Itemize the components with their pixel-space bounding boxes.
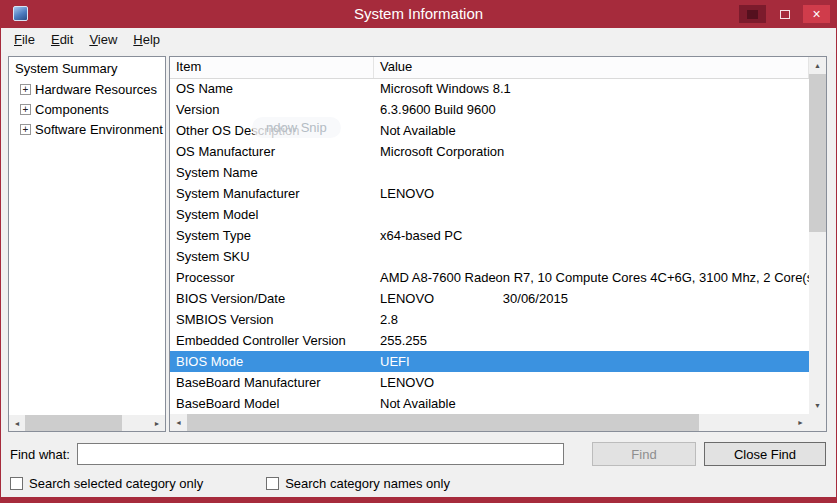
tree-item-system-summary[interactable]: System Summary <box>9 57 165 79</box>
list-header: Item Value <box>170 57 809 79</box>
checkbox-label: Search selected category only <box>29 476 203 491</box>
column-header-item[interactable]: Item <box>170 57 374 78</box>
column-header-value[interactable]: Value <box>374 57 809 78</box>
close-icon: × <box>812 7 820 21</box>
maximize-button[interactable] <box>771 5 798 23</box>
item-cell: SMBIOS Version <box>170 309 374 330</box>
close-button[interactable]: × <box>803 5 830 23</box>
item-cell: Embedded Controller Version <box>170 330 374 351</box>
scrollbar-thumb[interactable] <box>25 415 122 431</box>
list-row[interactable]: SMBIOS Version 2.8 <box>170 309 809 330</box>
list-row[interactable]: Processor AMD A8-7600 Radeon R7, 10 Comp… <box>170 267 809 288</box>
value-cell: Not Available <box>374 393 809 414</box>
item-cell: BIOS Mode <box>170 351 374 372</box>
value-cell: Microsoft Windows 8.1 <box>374 78 809 99</box>
system-information-window: System Information × File Edit View Help… <box>0 0 837 503</box>
value-cell: 255.255 <box>374 330 809 351</box>
tree-horizontal-scrollbar[interactable]: ◄ ► <box>9 415 165 431</box>
list-horizontal-scrollbar[interactable]: ◄ ► <box>170 414 809 431</box>
list-row[interactable]: Embedded Controller Version 255.255 <box>170 330 809 351</box>
scroll-left-icon[interactable]: ◄ <box>9 415 25 431</box>
expand-icon[interactable]: + <box>20 124 31 135</box>
value-cell: LENOVO 30/06/2015 <box>374 288 809 309</box>
menu-item[interactable]: File <box>6 29 43 51</box>
item-cell: System Name <box>170 162 374 183</box>
value-cell: LENOVO <box>374 372 809 393</box>
value-cell: x64-based PC <box>374 225 809 246</box>
item-cell: System SKU <box>170 246 374 267</box>
list-row[interactable]: System Model <box>170 204 809 225</box>
search-options: Search selected category only Search cat… <box>1 470 836 497</box>
value-cell: Microsoft Corporation <box>374 141 809 162</box>
category-tree: System Summary + Hardware Resources + Co… <box>8 56 166 432</box>
item-cell: BaseBoard Manufacturer <box>170 372 374 393</box>
details-list: Item Value OS Name Microsoft Windows 8.1… <box>169 56 827 432</box>
tree-item[interactable]: + Software Environment <box>9 119 165 139</box>
value-cell <box>374 204 809 225</box>
value-cell: 2.8 <box>374 309 809 330</box>
scrollbar-thumb[interactable] <box>809 74 826 232</box>
list-row[interactable]: BaseBoard Model Not Available <box>170 393 809 414</box>
client-area: System Summary + Hardware Resources + Co… <box>1 52 836 497</box>
item-cell: BaseBoard Model <box>170 393 374 414</box>
item-cell: Processor <box>170 267 374 288</box>
list-row[interactable]: BaseBoard Manufacturer LENOVO <box>170 372 809 393</box>
menu-item[interactable]: Edit <box>43 29 81 51</box>
tree-item[interactable]: + Hardware Resources <box>9 79 165 99</box>
item-cell: OS Manufacturer <box>170 141 374 162</box>
tree-item-label: Hardware Resources <box>35 82 157 97</box>
list-row[interactable]: BIOS Version/Date LENOVO 30/06/2015 <box>170 288 809 309</box>
item-cell: System Type <box>170 225 374 246</box>
list-row[interactable]: System SKU <box>170 246 809 267</box>
item-cell: System Model <box>170 204 374 225</box>
checkbox-label: Search category names only <box>285 476 450 491</box>
value-cell <box>374 162 809 183</box>
menu-item[interactable]: Help <box>125 29 168 51</box>
scroll-left-icon[interactable]: ◄ <box>170 414 187 431</box>
scroll-right-icon[interactable]: ► <box>792 414 809 431</box>
scrollbar-corner <box>809 414 826 431</box>
find-input[interactable] <box>77 443 564 465</box>
item-cell: System Manufacturer <box>170 183 374 204</box>
list-vertical-scrollbar[interactable]: ▲ ▼ <box>809 57 826 414</box>
maximize-icon <box>780 10 790 19</box>
find-button[interactable]: Find <box>592 442 696 466</box>
snip-watermark: ndow Snip <box>252 117 341 138</box>
minimize-button[interactable] <box>739 5 766 23</box>
value-cell: 6.3.9600 Build 9600 <box>374 99 809 120</box>
list-row[interactable]: System Manufacturer LENOVO <box>170 183 809 204</box>
tree-item[interactable]: + Components <box>9 99 165 119</box>
value-cell: UEFI <box>374 351 809 372</box>
expand-icon[interactable]: + <box>20 104 31 115</box>
scroll-up-icon[interactable]: ▲ <box>809 57 826 74</box>
list-row[interactable]: System Type x64-based PC <box>170 225 809 246</box>
list-row[interactable]: OS Manufacturer Microsoft Corporation <box>170 141 809 162</box>
checkbox-group[interactable]: Search selected category only <box>10 476 203 491</box>
value-cell <box>374 246 809 267</box>
value-cell: AMD A8-7600 Radeon R7, 10 Compute Cores … <box>374 267 809 288</box>
menu-bar: File Edit View Help <box>1 28 836 52</box>
scroll-right-icon[interactable]: ► <box>149 415 165 431</box>
list-row[interactable]: BIOS Mode UEFI <box>170 351 809 372</box>
value-cell: LENOVO <box>374 183 809 204</box>
find-what-label: Find what: <box>10 447 70 462</box>
item-cell: BIOS Version/Date <box>170 288 374 309</box>
close-find-button[interactable]: Close Find <box>704 442 826 466</box>
scroll-down-icon[interactable]: ▼ <box>809 397 826 414</box>
window-title: System Information <box>0 0 837 28</box>
tree-item-label: Software Environment <box>35 122 163 137</box>
checkbox[interactable] <box>10 477 23 490</box>
expand-icon[interactable]: + <box>20 84 31 95</box>
list-row[interactable]: System Name <box>170 162 809 183</box>
tree-item-label: Components <box>35 102 109 117</box>
checkbox[interactable] <box>266 477 279 490</box>
menu-item[interactable]: View <box>81 29 125 51</box>
minimize-icon <box>747 10 758 19</box>
checkbox-group[interactable]: Search category names only <box>266 476 450 491</box>
titlebar: System Information × <box>0 0 837 28</box>
scrollbar-thumb[interactable] <box>187 414 699 431</box>
caption-buttons: × <box>739 5 830 23</box>
list-row[interactable]: OS Name Microsoft Windows 8.1 <box>170 78 809 99</box>
find-bar: Find what: Find Close Find <box>1 437 836 470</box>
item-cell: OS Name <box>170 78 374 99</box>
